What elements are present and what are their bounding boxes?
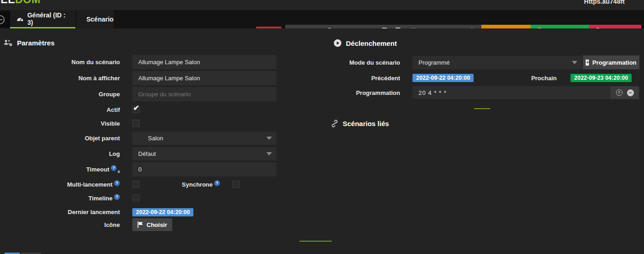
tab-scenario-label: Scénario bbox=[86, 16, 113, 23]
tab-bar: Général (ID : 3) Scénario Arrêté + bbox=[0, 10, 644, 28]
linked-scenarios-header: Scénarios liés bbox=[331, 120, 389, 127]
visible-checkbox[interactable] bbox=[132, 120, 140, 127]
display-name-label: Nom à afficher bbox=[0, 75, 120, 82]
jeedom-scenario-page: JEEDOM Https.au748ft Général (ID : 3) Sc… bbox=[0, 0, 644, 254]
display-name-input[interactable] bbox=[132, 71, 277, 85]
previous-label: Précédent bbox=[327, 75, 400, 82]
synchronous-checkbox[interactable] bbox=[232, 181, 240, 188]
timeout-row: Timeout?s bbox=[0, 162, 277, 177]
cron-addons: ? − bbox=[610, 86, 639, 99]
last-launch-label: Dernier lancement bbox=[0, 209, 120, 215]
scenario-mode-select[interactable]: Programmé bbox=[412, 56, 582, 69]
help-icon[interactable]: ? bbox=[114, 180, 120, 186]
plus-square-icon: + bbox=[586, 60, 589, 66]
question-circle-icon[interactable]: ? bbox=[616, 89, 622, 96]
log-value: Défaut bbox=[138, 150, 156, 157]
parent-object-label: Objet parent bbox=[0, 135, 120, 142]
programming-label: Programmation bbox=[327, 89, 400, 96]
icon-row: Icône Choisir bbox=[0, 218, 172, 231]
help-icon[interactable]: ? bbox=[214, 180, 220, 186]
cron-input[interactable]: 20 4 * * * bbox=[412, 89, 610, 96]
active-checkbox[interactable]: ✔ bbox=[132, 106, 140, 113]
multilaunch-row: Multi-lancement? Synchrone? bbox=[0, 180, 240, 188]
green-divider bbox=[299, 241, 332, 242]
scenario-name-label: Nom du scénario bbox=[0, 59, 120, 66]
scenario-mode-row: Mode du scénario Programmé + Programmati… bbox=[327, 55, 644, 69]
display-name-row: Nom à afficher bbox=[0, 71, 277, 85]
trigger-title: Déclenchement bbox=[346, 39, 397, 47]
users-gear-icon bbox=[4, 39, 13, 47]
top-header-bar: JEEDOM Https.au748ft bbox=[0, 0, 644, 10]
active-label: Actif bbox=[0, 106, 120, 113]
scenario-name-row: Nom du scénario bbox=[0, 55, 277, 69]
scenario-name-input[interactable] bbox=[132, 55, 277, 69]
log-row: Log Défaut bbox=[0, 147, 277, 160]
checkmark-icon: ✔ bbox=[133, 104, 139, 112]
timeout-label: Timeout?s bbox=[0, 165, 120, 174]
tab-scenario[interactable]: Scénario bbox=[76, 10, 114, 28]
parameters-title: Paramètres bbox=[17, 39, 55, 47]
timeline-checkbox[interactable] bbox=[132, 194, 140, 202]
parent-object-row: Objet parent Salon bbox=[0, 132, 277, 145]
previous-badge: 2022-09-22 04:20:00 bbox=[412, 74, 474, 82]
programming-row: Programmation 20 4 * * * ? − bbox=[327, 86, 644, 99]
play-circle-icon bbox=[333, 39, 342, 47]
flag-icon bbox=[137, 221, 143, 228]
remove-circle-icon[interactable]: − bbox=[627, 89, 634, 96]
multilaunch-label: Multi-lancement? bbox=[0, 180, 120, 188]
next-label: Prochain bbox=[502, 75, 557, 82]
jeedom-logo[interactable]: JEEDOM bbox=[0, 0, 40, 6]
tab-general[interactable]: Général (ID : 3) bbox=[10, 10, 75, 28]
parent-object-value: Salon bbox=[148, 135, 163, 142]
synchronous-label: Synchrone? bbox=[140, 180, 220, 188]
parameters-section-header: Paramètres bbox=[4, 39, 55, 47]
linked-scenarios-title: Scénarios liés bbox=[343, 120, 389, 127]
add-programming-label: Programmation bbox=[592, 59, 636, 66]
sidebar-collapse-chip[interactable] bbox=[0, 12, 10, 28]
last-launch-row: Dernier lancement 2022-09-22 04:20:00 bbox=[0, 207, 193, 216]
main-content: Paramètres Nom du scénario Nom à affiche… bbox=[0, 28, 644, 254]
previous-next-row: Précédent 2022-09-22 04:20:00 Prochain 2… bbox=[327, 73, 644, 83]
header-url-text: Https.au748ft bbox=[584, 0, 625, 5]
parent-object-select[interactable]: Salon bbox=[132, 132, 277, 145]
logo-text-green: DOM bbox=[15, 0, 40, 6]
choose-icon-label: Choisir bbox=[147, 221, 167, 228]
visible-label: Visible bbox=[0, 120, 120, 127]
scenario-mode-value: Programmé bbox=[418, 59, 450, 66]
multilaunch-checkbox[interactable] bbox=[132, 181, 140, 188]
group-row: Groupe bbox=[0, 87, 277, 101]
green-divider bbox=[474, 108, 490, 109]
logo-text-white: JEE bbox=[0, 0, 15, 6]
icon-label: Icône bbox=[0, 221, 120, 228]
scenario-mode-label: Mode du scénario bbox=[327, 59, 400, 66]
chevron-down-icon bbox=[266, 152, 272, 155]
last-launch-badge: 2022-09-22 04:20:00 bbox=[132, 208, 193, 216]
active-row: Actif ✔ bbox=[0, 105, 140, 114]
timeout-input[interactable] bbox=[132, 162, 277, 177]
log-select[interactable]: Défaut bbox=[132, 147, 277, 160]
collapse-circle-icon bbox=[0, 15, 5, 24]
next-badge: 2022-09-23 04:20:00 bbox=[571, 74, 632, 82]
help-icon[interactable]: ? bbox=[114, 194, 120, 200]
help-icon[interactable]: ? bbox=[111, 165, 117, 171]
timeline-label: Timeline? bbox=[0, 194, 120, 202]
group-input[interactable] bbox=[132, 87, 277, 101]
group-label: Groupe bbox=[0, 91, 120, 98]
chevron-down-icon bbox=[572, 61, 577, 64]
choose-icon-button[interactable]: Choisir bbox=[132, 218, 172, 231]
chevron-down-icon bbox=[266, 137, 272, 140]
trigger-panel: Déclenchement Mode du scénario Programmé… bbox=[327, 28, 644, 254]
visible-row: Visible bbox=[0, 119, 140, 127]
log-label: Log bbox=[0, 150, 120, 157]
cron-input-group: 20 4 * * * ? − bbox=[412, 86, 639, 99]
link-icon bbox=[331, 120, 339, 127]
tab-general-label: Général (ID : 3) bbox=[27, 11, 69, 26]
add-programming-button[interactable]: + Programmation bbox=[583, 55, 639, 69]
trigger-section-header: Déclenchement bbox=[333, 39, 397, 47]
timeout-unit: s bbox=[118, 169, 120, 174]
dashboard-icon bbox=[17, 15, 23, 22]
timeline-row: Timeline? bbox=[0, 194, 140, 202]
